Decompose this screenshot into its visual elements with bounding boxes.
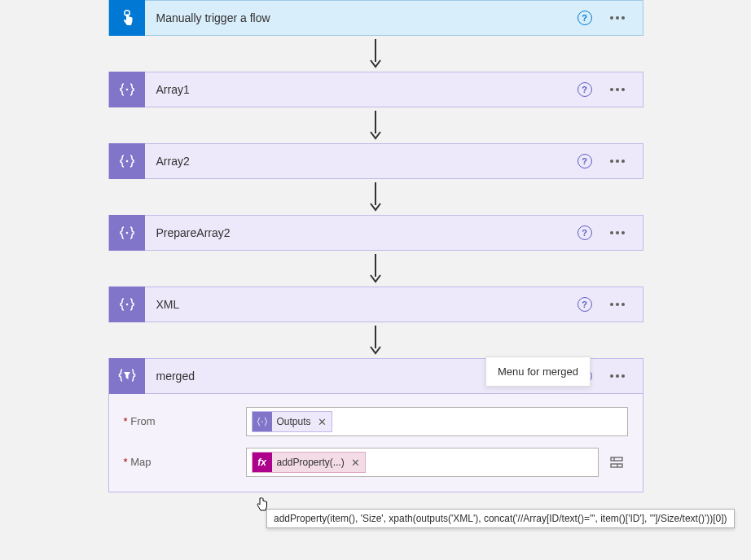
- help-icon[interactable]: ?: [578, 11, 592, 25]
- more-icon[interactable]: [607, 13, 628, 23]
- remove-token-icon[interactable]: ✕: [318, 416, 327, 428]
- fx-icon: fx: [253, 453, 272, 472]
- step-array2[interactable]: Array2 ?: [108, 143, 643, 179]
- help-icon[interactable]: ?: [578, 82, 592, 97]
- connector-arrow: [367, 107, 384, 143]
- step-title: Array2: [145, 155, 578, 168]
- step-title: PrepareArray2: [145, 226, 578, 239]
- step-actions: ?: [578, 154, 643, 168]
- svg-point-2: [125, 89, 128, 91]
- step-title: Manually trigger a flow: [145, 11, 578, 24]
- flow-canvas: Manually trigger a flow ? Array1 ? Array…: [0, 0, 751, 492]
- svg-point-6: [125, 232, 128, 234]
- remove-token-icon[interactable]: ✕: [351, 457, 360, 469]
- more-icon[interactable]: [607, 300, 628, 309]
- svg-point-4: [125, 160, 128, 163]
- connector-arrow: [367, 179, 384, 215]
- step-array1[interactable]: Array1 ?: [108, 72, 643, 107]
- help-icon[interactable]: ?: [578, 154, 592, 168]
- connector-arrow: [367, 36, 384, 72]
- step-preparearray2[interactable]: PrepareArray2 ?: [108, 215, 643, 251]
- token-label: addProperty(...): [277, 457, 345, 468]
- help-icon[interactable]: ?: [578, 297, 592, 312]
- step-actions: ?: [578, 82, 643, 97]
- braces-icon: [253, 412, 272, 431]
- more-icon[interactable]: [607, 371, 628, 381]
- field-row-from: * From Outputs ✕: [124, 407, 628, 436]
- tooltip-expression: addProperty(item(), 'Size', xpath(output…: [266, 509, 735, 528]
- map-input[interactable]: fx addProperty(...) ✕: [246, 448, 599, 477]
- svg-point-8: [125, 304, 128, 306]
- svg-rect-12: [611, 464, 622, 467]
- switch-mode-button[interactable]: [605, 448, 628, 477]
- step-xml[interactable]: XML ?: [108, 287, 643, 322]
- svg-point-10: [261, 421, 263, 422]
- step-title: Array1: [145, 83, 578, 96]
- field-row-map: * Map fx addProperty(...) ✕: [124, 448, 628, 477]
- token-addproperty[interactable]: fx addProperty(...) ✕: [252, 452, 366, 473]
- tooltip-menu: Menu for merged: [485, 357, 591, 387]
- touch-icon: [109, 0, 145, 36]
- braces-icon: [109, 143, 145, 179]
- field-label-map: * Map: [124, 448, 246, 468]
- from-input[interactable]: Outputs ✕: [246, 407, 628, 436]
- token-label: Outputs: [277, 416, 311, 427]
- step-actions: ?: [578, 225, 643, 240]
- braces-icon: [109, 72, 145, 107]
- field-label-from: * From: [124, 407, 246, 427]
- braces-icon: [109, 287, 145, 322]
- help-icon[interactable]: ?: [578, 225, 592, 240]
- filter-braces-icon: [109, 358, 145, 394]
- connector-arrow: [367, 322, 384, 358]
- svg-rect-11: [611, 457, 622, 461]
- token-outputs[interactable]: Outputs ✕: [252, 411, 332, 432]
- more-icon[interactable]: [607, 156, 628, 166]
- more-icon[interactable]: [607, 228, 628, 238]
- step-actions: ?: [578, 11, 643, 25]
- step-title: XML: [145, 298, 578, 311]
- step-trigger[interactable]: Manually trigger a flow ?: [108, 0, 643, 36]
- connector-arrow: [367, 251, 384, 287]
- step-merged-body: * From Outputs ✕ * Map fx ad: [108, 394, 643, 492]
- step-actions: ?: [578, 297, 643, 312]
- braces-icon: [109, 215, 145, 251]
- more-icon[interactable]: [607, 85, 628, 94]
